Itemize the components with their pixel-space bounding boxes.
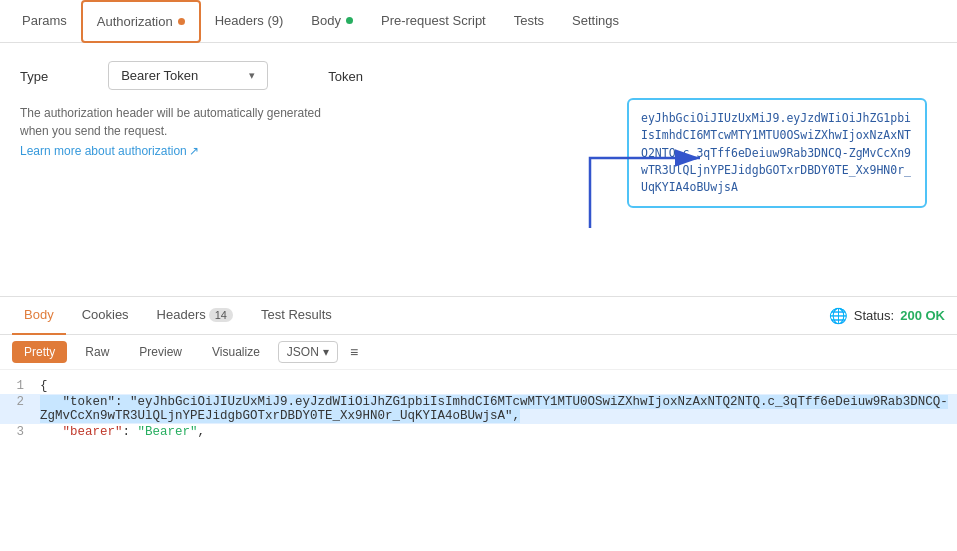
- bottom-tab-test-results-label: Test Results: [261, 307, 332, 322]
- tab-prerequest-label: Pre-request Script: [381, 13, 486, 28]
- token-key-token: "token": "eyJhbGciOiJIUzUxMiJ9.eyJzdWIiO…: [40, 395, 948, 423]
- bottom-tab-cookies[interactable]: Cookies: [70, 297, 141, 335]
- bearer-token-value: Bearer Token: [121, 68, 198, 83]
- format-preview-button[interactable]: Preview: [127, 341, 194, 363]
- info-text: The authorization header will be automat…: [20, 104, 340, 140]
- tab-headers[interactable]: Headers (9): [201, 0, 298, 43]
- bottom-tabs-left: Body Cookies Headers 14 Test Results: [12, 297, 344, 335]
- body-dot: [346, 17, 353, 24]
- tab-prerequest[interactable]: Pre-request Script: [367, 0, 500, 43]
- colon: :: [123, 425, 138, 439]
- line-content-3: "bearer": "Bearer",: [36, 425, 957, 439]
- tab-headers-label: Headers (9): [215, 13, 284, 28]
- bottom-tab-body-label: Body: [24, 307, 54, 322]
- bearer-value: "Bearer": [138, 425, 198, 439]
- bottom-tab-cookies-label: Cookies: [82, 307, 129, 322]
- tab-params[interactable]: Params: [8, 0, 81, 43]
- line-content-2: "token": "eyJhbGciOiJIUzUxMiJ9.eyJzdWIiO…: [36, 395, 957, 423]
- format-raw-button[interactable]: Raw: [73, 341, 121, 363]
- tab-tests-label: Tests: [514, 13, 544, 28]
- format-visualize-button[interactable]: Visualize: [200, 341, 272, 363]
- status-area: 🌐 Status: 200 OK: [829, 307, 945, 325]
- learn-more-link[interactable]: Learn more about authorization ↗: [20, 144, 199, 158]
- learn-more-text: Learn more about authorization: [20, 144, 187, 158]
- headers-badge: 14: [209, 308, 233, 322]
- line-num-3: 3: [0, 425, 36, 439]
- line-num-1: 1: [0, 379, 36, 393]
- bottom-tab-body[interactable]: Body: [12, 297, 66, 335]
- authorization-panel: Type Bearer Token ▾ Token The authorizat…: [0, 43, 957, 296]
- code-area: 1 { 2 "token": "eyJhbGciOiJIUzUxMiJ9.eyJ…: [0, 370, 957, 448]
- external-link-icon: ↗: [189, 144, 199, 158]
- format-bar: Pretty Raw Preview Visualize JSON ▾ ≡: [0, 335, 957, 370]
- token-label: Token: [328, 69, 363, 84]
- format-pretty-button[interactable]: Pretty: [12, 341, 67, 363]
- json-chevron-icon: ▾: [323, 345, 329, 359]
- status-text: Status:: [854, 308, 894, 323]
- arrow-area: [20, 158, 937, 278]
- chevron-down-icon: ▾: [249, 69, 255, 82]
- bottom-tab-headers[interactable]: Headers 14: [145, 297, 245, 335]
- tab-params-label: Params: [22, 13, 67, 28]
- authorization-dot: [178, 18, 185, 25]
- tab-body[interactable]: Body: [297, 0, 367, 43]
- code-line-3: 3 "bearer": "Bearer",: [0, 424, 957, 440]
- line-num-2: 2: [0, 395, 36, 409]
- tab-settings-label: Settings: [572, 13, 619, 28]
- bottom-tabs-bar: Body Cookies Headers 14 Test Results 🌐 S…: [0, 297, 957, 335]
- bearer-token-dropdown[interactable]: Bearer Token ▾: [108, 61, 268, 90]
- top-tabs-bar: Params Authorization Headers (9) Body Pr…: [0, 0, 957, 43]
- json-format-dropdown[interactable]: JSON ▾: [278, 341, 338, 363]
- globe-icon: 🌐: [829, 307, 848, 325]
- tab-settings[interactable]: Settings: [558, 0, 633, 43]
- type-label: Type: [20, 69, 48, 84]
- status-code: 200 OK: [900, 308, 945, 323]
- filter-icon[interactable]: ≡: [350, 344, 358, 360]
- type-row: Type Bearer Token ▾ Token: [20, 61, 937, 90]
- code-line-2: 2 "token": "eyJhbGciOiJIUzUxMiJ9.eyJzdWI…: [0, 394, 957, 424]
- line-content-1: {: [36, 379, 957, 393]
- json-label: JSON: [287, 345, 319, 359]
- tab-body-label: Body: [311, 13, 341, 28]
- bearer-key: "bearer": [40, 425, 123, 439]
- tab-authorization[interactable]: Authorization: [81, 0, 201, 43]
- tab-tests[interactable]: Tests: [500, 0, 558, 43]
- comma: ,: [198, 425, 206, 439]
- bottom-tab-headers-label: Headers: [157, 307, 206, 322]
- bottom-tab-test-results[interactable]: Test Results: [249, 297, 344, 335]
- arrow-svg: [460, 128, 760, 238]
- code-line-1: 1 {: [0, 378, 957, 394]
- tab-authorization-label: Authorization: [97, 14, 173, 29]
